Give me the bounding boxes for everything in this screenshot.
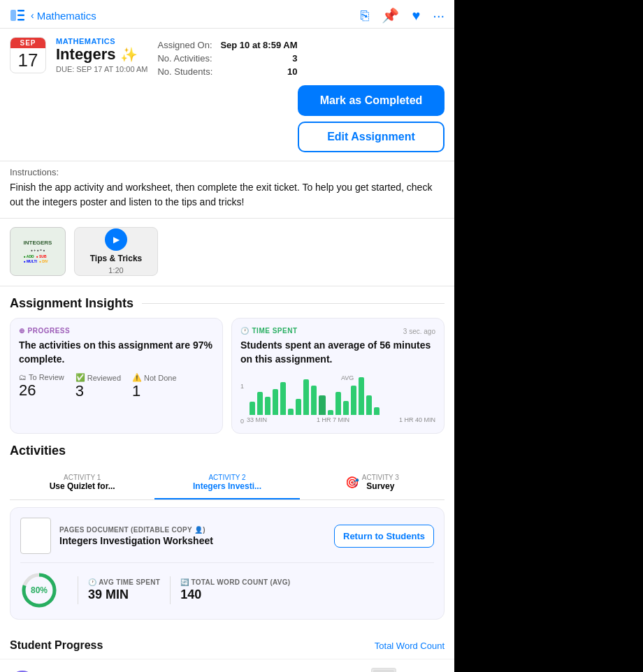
cal-day: 17 — [10, 48, 45, 73]
doc-row: PAGES DOCUMENT (EDITABLE COPY 👤) Integer… — [20, 518, 434, 563]
doc-tag: PAGES DOCUMENT (EDITABLE COPY 👤) — [59, 526, 326, 534]
bar-9 — [319, 395, 326, 415]
time-bar-chart: AVG — [247, 373, 435, 415]
back-chevron-icon: ‹ — [31, 10, 34, 21]
heart-icon[interactable]: ♥ — [412, 8, 420, 24]
tray-icon: 🗂 — [19, 373, 27, 381]
copy-icon[interactable]: ⎘ — [361, 8, 369, 24]
instructions-area: Instructions: Finish the app activity an… — [0, 161, 454, 219]
activities-section: Activities ACTIVITY 1 Use Quizlet for...… — [0, 444, 454, 629]
instructions-label: Instructions: — [10, 167, 445, 177]
insights-section-header: Assignment Insights — [0, 286, 454, 318]
bar-3 — [273, 389, 278, 415]
stats-row: 80% 🕐 AVG TIME SPENT 39 MIN 🔄 TOTAL WORD… — [20, 571, 434, 609]
progress-percent: 80% — [31, 585, 48, 595]
progress-circle: 80% — [20, 571, 58, 609]
timestamp: 3 sec. ago — [403, 328, 435, 335]
bar-6 — [296, 399, 301, 415]
warning-icon: ⚠️ — [132, 373, 142, 382]
student-progress-title: Student Progress — [10, 639, 103, 652]
bar-0 — [250, 402, 255, 415]
edit-assignment-button[interactable]: Edit Assignment — [298, 122, 445, 152]
bar-8 — [311, 386, 317, 415]
bar-15 — [366, 395, 372, 415]
due-date: DUE: SEP 17 AT 10:00 AM — [56, 65, 147, 73]
tab-activity-3[interactable]: 🎯 ACTIVITY 3 Survey — [300, 467, 445, 499]
pin-icon[interactable]: 📌 — [382, 7, 399, 24]
avg-time-value: 39 MIN — [88, 587, 160, 602]
word-count-value: 140 — [180, 587, 290, 602]
bar-11 — [335, 392, 341, 415]
subject-label: MATHEMATICS — [56, 37, 147, 45]
bar-2 — [265, 397, 270, 415]
word-icon: 🔄 — [180, 578, 189, 586]
sparkle-icon: ✨ — [120, 46, 138, 63]
assigned-on-row: Assigned On: Sep 10 at 8:59 AM — [157, 40, 297, 50]
nav-icons: ⎘ 📌 ♥ ··· — [361, 7, 445, 24]
activities-title: Activities — [10, 444, 445, 458]
word-count-block: 🔄 TOTAL WORD COUNT (AVG) 140 — [180, 578, 290, 602]
doc-info: PAGES DOCUMENT (EDITABLE COPY 👤) Integer… — [59, 526, 326, 546]
chart-y-labels: 1 0 — [240, 383, 247, 425]
mark-completed-button[interactable]: Mark as Completed — [298, 85, 445, 116]
not-done-stat: ⚠️ Not Done 1 — [132, 373, 176, 400]
bar-13 — [351, 386, 356, 415]
insights-cards: ⊕ PROGRESS The activities on this assign… — [0, 318, 454, 444]
bar-5 — [288, 409, 294, 415]
assignment-title: Integers ✨ — [56, 45, 147, 64]
return-to-students-button[interactable]: Return to Students — [334, 525, 434, 548]
section-divider — [142, 303, 445, 304]
check-icon: ✅ — [75, 373, 85, 382]
main-panel: ‹ Mathematics ⎘ 📌 ♥ ··· SEP 17 MATHEMATI… — [0, 0, 454, 672]
time-text: Students spent an average of 56 minutes … — [240, 339, 435, 366]
student-thumb-jb[interactable] — [371, 668, 396, 672]
doc-thumbnail — [20, 518, 51, 554]
student-progress-header: Student Progress Total Word Count — [0, 629, 454, 659]
more-icon[interactable]: ··· — [433, 8, 445, 24]
play-icon[interactable]: ▶ — [105, 228, 127, 251]
calendar-icon: SEP 17 — [10, 37, 46, 73]
clock-small-icon: 🕐 — [88, 578, 96, 586]
insights-title: Assignment Insights — [10, 296, 133, 311]
video-duration: 1:20 — [108, 266, 123, 275]
tab-activity-1[interactable]: ACTIVITY 1 Use Quizlet for... — [10, 467, 154, 499]
bar-10 — [328, 410, 333, 415]
progress-tag: ⊕ PROGRESS — [19, 327, 214, 335]
action-buttons: Mark as Completed Edit Assignment — [298, 85, 445, 152]
avg-time-block: 🕐 AVG TIME SPENT 39 MIN — [88, 578, 160, 602]
chart-labels: 33 MIN 1 HR 7 MIN 1 HR 40 MIN — [247, 415, 435, 425]
bar-14 — [359, 377, 364, 415]
black-panel — [454, 0, 643, 672]
bar-12 — [343, 401, 349, 415]
video-attachment[interactable]: ▶ Tips & Tricks 1:20 — [74, 227, 158, 276]
header-info: MATHEMATICS Integers ✨ DUE: SEP 17 AT 10… — [56, 37, 147, 73]
activities-row: No. Activities: 3 — [157, 53, 297, 64]
svg-rect-3 — [17, 19, 24, 21]
video-title: Tips & Tricks — [90, 254, 142, 263]
time-tag: 🕐 TIME SPENT — [240, 327, 298, 335]
header-meta: Assigned On: Sep 10 at 8:59 AM No. Activ… — [157, 37, 297, 77]
progress-stats: 🗂 To Review 26 ✅ Reviewed 3 ⚠️ Not Done — [19, 373, 214, 400]
svg-rect-1 — [17, 10, 24, 12]
header-area: SEP 17 MATHEMATICS Integers ✨ DUE: SEP 1… — [0, 29, 454, 161]
instructions-text: Finish the app activity and worksheet, t… — [10, 180, 445, 210]
back-button[interactable]: ‹ Mathematics — [31, 10, 96, 22]
svg-rect-0 — [10, 10, 16, 21]
students-row: No. Students: 10 — [157, 66, 297, 77]
poster-attachment[interactable]: INTEGERS ● + ● = ● ● ADD ● SUB ● MULTI ●… — [10, 227, 66, 276]
bar-4 — [280, 382, 286, 415]
back-label: Mathematics — [37, 10, 96, 22]
activity-tabs: ACTIVITY 1 Use Quizlet for... ACTIVITY 2… — [10, 467, 445, 500]
bar-7 — [303, 379, 309, 415]
tab-activity-2[interactable]: ACTIVITY 2 Integers Investi... — [154, 467, 299, 499]
bar-1 — [257, 392, 263, 415]
to-review-stat: 🗂 To Review 26 — [19, 373, 64, 400]
bar-16 — [374, 407, 380, 415]
stat-divider-2 — [170, 576, 171, 604]
sidebar-toggle-button[interactable] — [10, 8, 25, 23]
svg-rect-2 — [17, 15, 24, 17]
avg-label: AVG — [341, 374, 354, 381]
progress-icon: ⊕ — [19, 327, 25, 335]
total-word-count-link[interactable]: Total Word Count — [375, 641, 445, 651]
reviewed-stat: ✅ Reviewed 3 — [75, 373, 121, 400]
